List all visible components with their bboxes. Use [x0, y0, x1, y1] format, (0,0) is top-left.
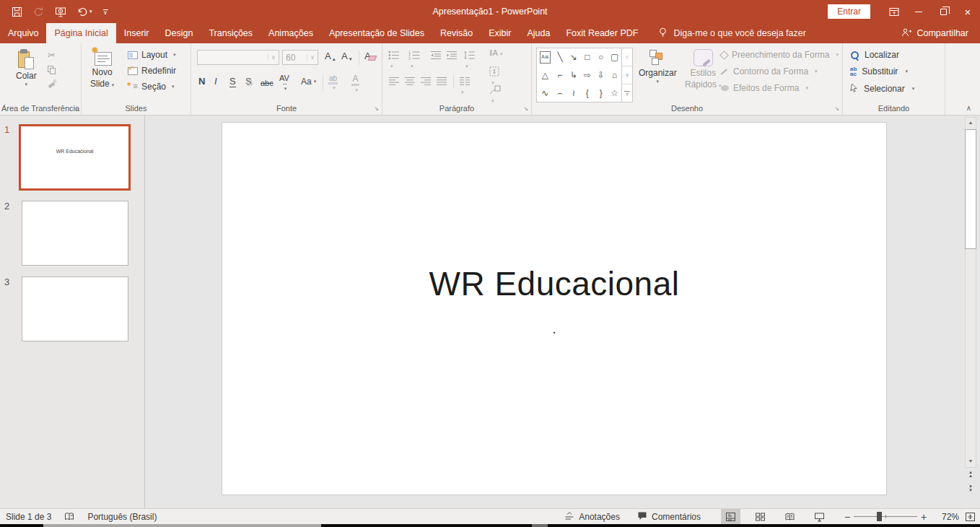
next-slide-icon[interactable]: ▼▼ [965, 485, 976, 492]
spellcheck-book-icon[interactable] [64, 512, 74, 521]
line-spacing-button[interactable] [463, 51, 475, 70]
convert-to-smartart-button[interactable] [489, 85, 501, 105]
shape-arc-icon[interactable]: ⌢ [554, 84, 567, 102]
tab-exibir[interactable]: Exibir [481, 23, 519, 43]
comments-button[interactable]: Comentários [637, 511, 701, 523]
increase-indent-icon[interactable] [446, 51, 458, 60]
zoom-level[interactable]: 72% [930, 512, 959, 522]
zoom-in-button[interactable]: + [917, 511, 930, 523]
shapes-more-icon[interactable]: ∨ [622, 84, 632, 102]
shapes-scroll-up-icon[interactable]: ∧ [622, 48, 632, 66]
slide-1-thumbnail[interactable]: WR Educacional . [19, 124, 131, 191]
bullets-button[interactable] [388, 51, 400, 70]
shape-triangle-icon[interactable]: △ [537, 66, 554, 84]
collapse-ribbon-icon[interactable]: ∧ [966, 104, 971, 112]
justify-icon[interactable] [436, 77, 447, 86]
ribbon-display-options-icon[interactable] [882, 0, 906, 23]
replace-button[interactable]: abacSubstituir [850, 66, 914, 77]
cut-icon[interactable]: ✂ [48, 51, 56, 61]
undo-dropdown-icon[interactable]: ▾ [89, 9, 92, 14]
tab-design[interactable]: Design [157, 23, 201, 43]
tab-pagina-inicial[interactable]: Página Inicial [46, 23, 115, 43]
copy-icon[interactable] [48, 66, 56, 74]
language-indicator[interactable]: Português (Brasil) [87, 512, 157, 522]
reading-view-icon[interactable] [780, 509, 800, 524]
shape-manual-input-icon[interactable]: ⌂ [608, 66, 621, 84]
zoom-out-button[interactable]: − [841, 511, 854, 523]
font-name-combobox[interactable]: ∨ [197, 50, 279, 65]
shape-right-arrow-icon[interactable]: ⇨ [580, 66, 594, 84]
scroll-up-icon[interactable]: ▲ [965, 117, 976, 128]
share-button[interactable]: Compartilhar [901, 23, 968, 43]
font-size-dropdown-icon[interactable]: ∨ [307, 54, 318, 61]
close-button[interactable]: × [955, 0, 980, 23]
font-color-button[interactable]: A [351, 75, 359, 94]
align-right-icon[interactable] [420, 77, 432, 86]
columns-button[interactable] [459, 77, 471, 96]
shape-arrow-icon[interactable]: ↘ [566, 48, 580, 66]
section-button[interactable]: Seção [128, 82, 176, 92]
strikethrough-button[interactable]: abc [261, 78, 274, 88]
shape-curve-icon[interactable]: ≀ [566, 84, 580, 102]
save-icon[interactable] [12, 6, 22, 17]
shape-line-icon[interactable]: ╲ [554, 48, 567, 66]
drawing-dialog-launcher-icon[interactable]: ↘ [834, 106, 839, 112]
new-slide-button[interactable]: ✹ Novo Slide [90, 49, 114, 90]
shape-elbow-icon[interactable]: ⌐ [554, 66, 567, 84]
shape-textbox-icon[interactable]: A≣ [540, 51, 551, 64]
zoom-slider[interactable] [854, 509, 917, 524]
shape-fill-button[interactable]: Preenchimento da Forma [721, 50, 839, 60]
layout-button[interactable]: Layout [128, 50, 176, 60]
shapes-scroll-down-icon[interactable]: ∨ [622, 66, 632, 84]
clear-formatting-icon[interactable]: A [364, 51, 371, 61]
slide-counter[interactable]: Slide 1 de 3 [6, 512, 51, 522]
slide-sorter-view-icon[interactable] [751, 509, 770, 524]
character-spacing-button[interactable]: AV↔ [279, 75, 289, 92]
paragraph-dialog-launcher-icon[interactable]: ↘ [523, 106, 528, 112]
decrease-indent-icon[interactable] [430, 51, 442, 60]
paste-dropdown-icon[interactable]: ▾ [25, 82, 28, 87]
fit-slide-to-window-icon[interactable] [965, 512, 976, 522]
notes-button[interactable]: Anotações [564, 511, 620, 523]
slide-2-thumbnail[interactable] [22, 201, 128, 266]
slideshow-view-icon[interactable] [810, 509, 829, 524]
find-button[interactable]: Localizar [850, 50, 914, 60]
tab-ajuda[interactable]: Ajuda [519, 23, 558, 43]
tab-revisao[interactable]: Revisão [432, 23, 481, 43]
previous-slide-icon[interactable]: ▲▲ [965, 471, 976, 478]
shape-oval-icon[interactable]: ○ [594, 48, 608, 66]
italic-button[interactable]: I [214, 77, 217, 87]
shape-outline-button[interactable]: Contorno da Forma [721, 66, 839, 77]
align-text-button[interactable] [489, 66, 500, 87]
align-center-icon[interactable] [404, 77, 416, 86]
underline-button[interactable]: S [229, 77, 236, 87]
zoom-slider-thumb[interactable] [877, 512, 882, 521]
shape-rectangle-icon[interactable]: □ [580, 48, 594, 66]
restore-button[interactable] [931, 0, 955, 23]
undo-button[interactable]: ▾ [77, 6, 92, 17]
scroll-down-icon[interactable]: ▼ [965, 456, 976, 466]
numbering-button[interactable]: 123 [408, 51, 420, 70]
bold-button[interactable]: N [198, 77, 205, 87]
slide-subtitle-text[interactable]: . [222, 321, 886, 337]
paste-button[interactable]: Colar ▾ [16, 49, 37, 87]
shape-right-brace-icon[interactable]: } [594, 84, 608, 102]
arrange-button[interactable]: Organizar ▾ [639, 49, 677, 84]
slide-canvas[interactable]: WR Educacional . [222, 122, 887, 495]
tab-inserir[interactable]: Inserir [116, 23, 157, 43]
quick-styles-button[interactable]: Estilos Rápidos [685, 49, 722, 91]
shape-left-brace-icon[interactable]: { [580, 84, 594, 102]
shrink-font-button[interactable]: A▼ [341, 51, 353, 61]
tab-transicoes[interactable]: Transições [201, 23, 261, 43]
tab-apresentacao-de-slides[interactable]: Apresentação de Slides [321, 23, 432, 43]
font-size-combobox[interactable]: 60∨ [282, 50, 318, 65]
tell-me-search[interactable]: Diga-me o que você deseja fazer [657, 23, 805, 43]
shape-rounded-rectangle-icon[interactable]: ▢ [608, 48, 621, 66]
normal-view-icon[interactable] [721, 509, 740, 524]
start-slideshow-icon[interactable] [55, 6, 66, 17]
shape-effects-button[interactable]: Efeitos de Forma [721, 83, 839, 93]
shape-down-arrow-icon[interactable]: ⇩ [594, 66, 608, 84]
tab-animacoes[interactable]: Animações [261, 23, 321, 43]
font-name-dropdown-icon[interactable]: ∨ [268, 54, 279, 61]
scrollbar-thumb[interactable] [965, 129, 976, 249]
